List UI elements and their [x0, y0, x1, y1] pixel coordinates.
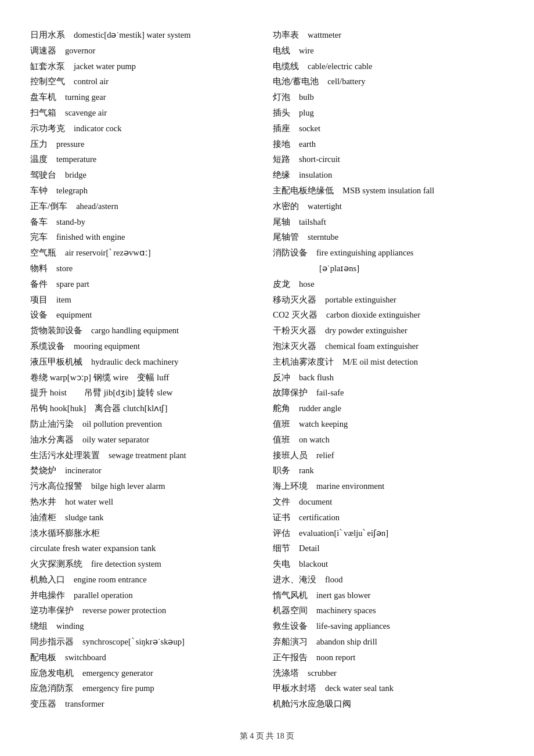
en-text: jacket water pump — [74, 62, 136, 71]
zh-text: 机器空间 — [273, 606, 316, 615]
en-text: Detail — [299, 543, 319, 553]
en-text: winding — [56, 621, 84, 631]
en-text: ahead/astern — [76, 201, 118, 211]
zh-text: 防止油污染 — [30, 419, 82, 429]
zh-text: 插座 — [273, 124, 299, 133]
zh-text: 短路 — [273, 154, 299, 164]
left-entry-10: 车钟 telegraph — [30, 183, 261, 199]
zh-text: 温度 — [30, 154, 56, 164]
en-text: abandon ship drill — [316, 637, 377, 646]
en-text: mooring equipment — [74, 341, 140, 351]
left-entry-37: 逆功率保护 reverse power protection — [30, 603, 261, 618]
zh-text: 车钟 — [30, 186, 56, 195]
left-entry-17: 项目 item — [30, 293, 261, 308]
en-text: sewage treatment plant — [109, 451, 186, 460]
zh-text: 干粉灭火器 — [273, 326, 325, 335]
right-entry-33: 细节 Detail — [273, 541, 504, 556]
left-entry-0: 日用水系 domestic[də˙mestik] water system — [30, 28, 261, 43]
left-entry-2: 缸套水泵 jacket water pump — [30, 59, 261, 74]
zh-text: 消防设备 — [273, 248, 316, 257]
zh-text: CO2 灭火器 — [273, 310, 326, 319]
zh-text: 评估 — [273, 528, 299, 538]
left-entry-42: 应急消防泵 emergency fire pump — [30, 681, 261, 696]
en-text: bridge — [65, 170, 86, 179]
en-text: oily water separator — [82, 435, 149, 444]
en-text: certification — [299, 513, 340, 522]
left-entry-34: 火灾探测系统 fire detection system — [30, 557, 261, 572]
zh-text: 证书 — [273, 513, 299, 522]
en-text: watertight — [308, 201, 342, 211]
en-text: turning gear — [65, 92, 106, 102]
right-entry-30: 文件 document — [273, 495, 504, 510]
right-entry-24: 舵角 rudder angle — [273, 401, 504, 416]
en-text: domestic[də˙mestik] water system — [74, 30, 190, 39]
zh-text: 弃船演习 — [273, 637, 316, 646]
left-entry-22: 卷绕 warp[wɔːp] 钢缆 wire 变幅 luff — [30, 370, 261, 386]
zh-text: 接班人员 — [273, 451, 316, 460]
zh-text: 职务 — [273, 466, 299, 475]
zh-text: 完车 — [30, 232, 56, 242]
right-entry-23: 故障保护 fail-safe — [273, 386, 504, 401]
zh-text: 日用水系 — [30, 30, 74, 39]
right-entry-38: 救生设备 life-saving appliances — [273, 619, 504, 634]
zh-text: 功率表 — [273, 30, 308, 39]
zh-text: 缸套水泵 — [30, 62, 74, 71]
right-entry-6: 插座 socket — [273, 121, 504, 136]
en-text: emergency generator — [82, 668, 153, 678]
right-entry-36: 惰气风机 inert gas blower — [273, 588, 504, 603]
left-entry-28: 焚烧炉 incinerator — [30, 463, 261, 478]
left-entry-8: 温度 temperature — [30, 152, 261, 167]
en-text: switchboard — [65, 653, 106, 662]
en-text: cable/electric cable — [308, 62, 372, 71]
left-entry-11: 正车/倒车 ahead/astern — [30, 199, 261, 214]
zh-text: 失电 — [273, 559, 299, 568]
en-text: scavenge air — [65, 108, 107, 117]
en-text: pressure — [56, 139, 84, 149]
en-text: chemical foam extinguisher — [325, 341, 418, 351]
en-text: equipment — [56, 310, 92, 319]
en-text: cell/battery — [327, 77, 365, 86]
right-entry-13: 尾轴管 sterntube — [273, 230, 504, 245]
en-text: reverse power protection — [82, 606, 166, 615]
en-text: control air — [74, 77, 109, 86]
zh-text: 同步指示器 — [30, 637, 82, 646]
left-entry-29: 污水高位报警 bilge high lever alarm — [30, 479, 261, 494]
left-entry-23: 提升 hoist 吊臂 jib[dʒib] 旋转 slew — [30, 386, 261, 401]
left-entry-36: 并电操作 parallel operation — [30, 588, 261, 603]
left-entry-6: 示功考克 indicator cock — [30, 121, 261, 136]
zh-text: 插头 — [273, 108, 299, 117]
en-text: bilge high lever alarm — [91, 481, 165, 491]
left-entry-18: 设备 equipment — [30, 308, 261, 323]
zh-text: 绕组 — [30, 621, 56, 631]
right-entry-15: [ə˙plaɪəns] — [273, 261, 504, 276]
right-entry-28: 职务 rank — [273, 463, 504, 478]
right-entry-41: 洗涤塔 scrubber — [273, 666, 504, 681]
zh-text: 正午报告 — [273, 653, 316, 662]
en-text: hose — [299, 279, 315, 289]
right-entry-0: 功率表 wattmeter — [273, 28, 504, 43]
en-text: short-circuit — [299, 154, 340, 164]
en-text: marine environment — [316, 481, 384, 491]
en-text: wire — [299, 46, 314, 55]
zh-text: 机舱污水应急吸口阀 — [273, 699, 351, 708]
zh-text: 尾轴 — [273, 217, 299, 226]
en-text: store — [56, 264, 73, 273]
en-text: scrubber — [308, 668, 337, 678]
zh-text: 尾轴管 — [273, 232, 308, 242]
zh-text: 生活污水处理装置 — [30, 451, 109, 460]
en-text: rank — [299, 466, 314, 475]
zh-text: 故障保护 — [273, 388, 316, 397]
zh-text: 进水、淹没 — [273, 575, 325, 584]
left-entry-20: 系缆设备 mooring equipment — [30, 339, 261, 354]
zh-text: 焚烧炉 — [30, 466, 65, 475]
en-text: hot water well — [65, 497, 113, 506]
zh-text: 逆功率保护 — [30, 606, 82, 615]
en-text: fail-safe — [316, 388, 344, 397]
zh-text: 备件 — [30, 279, 56, 289]
right-entry-40: 正午报告 noon report — [273, 650, 504, 665]
en-text: engine room entrance — [74, 575, 147, 584]
en-text: sterntube — [308, 232, 338, 242]
right-entry-35: 进水、淹没 flood — [273, 573, 504, 588]
zh-text: 系缆设备 — [30, 341, 74, 351]
zh-text: 细节 — [273, 543, 299, 553]
